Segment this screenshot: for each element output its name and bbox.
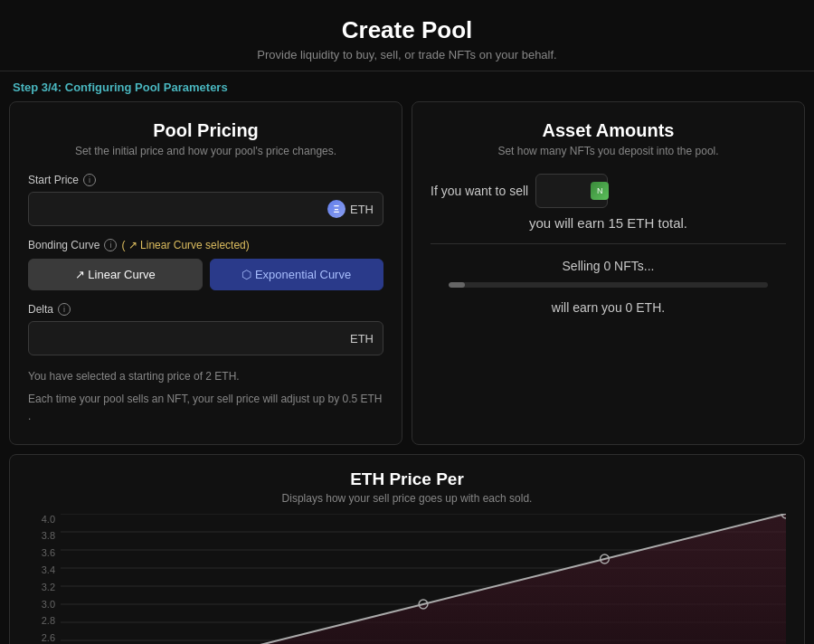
curve-buttons: ↗ Linear Curve ⬡ Exponential Curve	[28, 259, 383, 290]
y-label-36: 3.6	[28, 547, 55, 558]
sell-input[interactable]: 5	[536, 175, 582, 207]
bonding-curve-label: Bonding Curve i ( ↗ Linear Curve selecte…	[28, 239, 383, 251]
y-label-32: 3.2	[28, 582, 55, 592]
delta-info-icon[interactable]: i	[58, 303, 71, 316]
progress-bar	[449, 282, 768, 288]
exponential-curve-button[interactable]: ⬡ Exponential Curve	[210, 259, 384, 290]
chart-area-fill	[61, 514, 786, 644]
page-header: Create Pool Provide liquidity to buy, se…	[0, 0, 814, 71]
pool-pricing-panel: Pool Pricing Set the initial price and h…	[9, 101, 402, 445]
chart-subtitle: Displays how your sell price goes up wit…	[28, 492, 786, 505]
will-earn-text: will earn you 0 ETH.	[431, 300, 786, 315]
y-axis-labels: 4.0 3.8 3.6 3.4 3.2 3.0 2.8 2.6 2.4 2.2 …	[28, 514, 55, 644]
chart-container: 4.0 3.8 3.6 3.4 3.2 3.0 2.8 2.6 2.4 2.2 …	[61, 514, 786, 644]
asset-amounts-title: Asset Amounts	[431, 120, 786, 141]
eth-icon: Ξ	[327, 200, 345, 218]
asset-amounts-panel: Asset Amounts Set how many NFTs you depo…	[412, 101, 805, 445]
page-subtitle: Provide liquidity to buy, sell, or trade…	[0, 48, 814, 62]
start-price-input[interactable]: 2	[29, 193, 318, 225]
chart-svg	[61, 514, 786, 644]
sell-label: If you want to sell	[431, 184, 528, 198]
selected-curve-text: ( ↗ Linear Curve selected)	[121, 239, 249, 251]
delta-label: Delta i	[28, 303, 383, 316]
linear-curve-button[interactable]: ↗ Linear Curve	[28, 259, 203, 290]
nft-icon: N	[591, 182, 609, 200]
start-price-info-icon[interactable]: i	[83, 174, 96, 186]
start-price-suffix: Ξ ETH	[318, 200, 383, 218]
selling-label: Selling 0 NFTs...	[431, 259, 786, 273]
sell-input-wrapper: 5 N	[535, 174, 608, 208]
bonding-curve-info-icon[interactable]: i	[104, 239, 117, 251]
earn-total-text: you will earn 15 ETH total.	[431, 215, 786, 231]
progress-bar-fill	[449, 282, 465, 288]
step-label: Step 3/4: Configuring Pool Parameters	[0, 71, 814, 101]
y-label-28: 2.8	[28, 615, 55, 626]
sell-row: If you want to sell 5 N	[431, 174, 786, 208]
chart-panel: ETH Price Per Displays how your sell pri…	[9, 454, 805, 644]
y-label-40: 4.0	[28, 514, 55, 525]
asset-amounts-subtitle: Set how many NFTs you deposit into the p…	[431, 145, 786, 157]
pool-pricing-subtitle: Set the initial price and how your pool'…	[28, 145, 383, 157]
page-title: Create Pool	[0, 16, 814, 44]
main-panels: Pool Pricing Set the initial price and h…	[0, 101, 814, 454]
delta-input-wrapper: 0.5 ETH	[28, 321, 383, 355]
start-price-input-wrapper: 2 Ξ ETH	[28, 192, 383, 226]
nft-icon-wrapper: N	[582, 182, 618, 200]
y-label-26: 2.6	[28, 632, 55, 643]
y-label-30: 3.0	[28, 599, 55, 610]
info-text-1: You have selected a starting price of 2 …	[28, 368, 383, 385]
pool-pricing-title: Pool Pricing	[28, 120, 383, 141]
info-text-2: Each time your pool sells an NFT, your s…	[28, 391, 383, 425]
delta-input[interactable]: 0.5	[29, 322, 341, 355]
y-label-38: 3.8	[28, 530, 55, 541]
chart-title: ETH Price Per	[28, 469, 786, 489]
start-price-label: Start Price i	[28, 174, 383, 186]
y-label-34: 3.4	[28, 564, 55, 575]
divider	[431, 243, 786, 244]
delta-suffix: ETH	[341, 332, 383, 346]
